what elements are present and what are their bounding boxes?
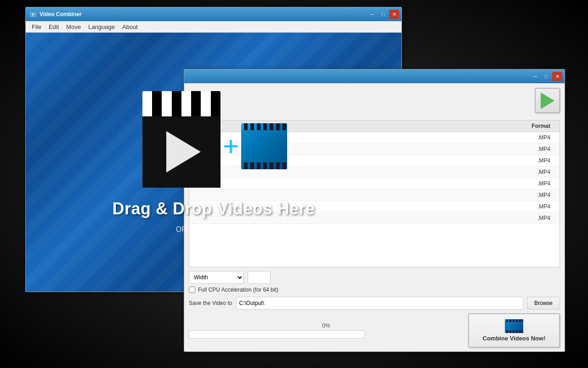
clapper-icon <box>140 91 223 192</box>
second-maximize-button[interactable]: □ <box>541 72 551 81</box>
combine-button-label: Combine Videos Now! <box>483 335 546 342</box>
film-inner <box>241 130 287 162</box>
stripe-6 <box>191 91 201 116</box>
video-icon-group: + <box>140 91 287 192</box>
stripe-7 <box>201 91 210 116</box>
main-title-bar: Video Combiner ─ □ ✕ <box>26 7 401 21</box>
clapper-body <box>142 116 220 188</box>
combine-film-icon <box>505 319 523 333</box>
browse-button[interactable]: Browse <box>527 297 560 310</box>
stripe-2 <box>152 91 162 116</box>
close-button[interactable]: ✕ <box>389 10 399 19</box>
main-window-controls: ─ □ ✕ <box>367 10 399 19</box>
title-bar-left: Video Combiner <box>29 11 82 18</box>
drop-zone[interactable]: + Drag & Drop Videos Here OR click to ad… <box>26 33 401 292</box>
progress-combine-section: 0% Combine Videos Now! <box>189 313 560 348</box>
app-icon <box>29 11 37 18</box>
main-window-title: Video Combiner <box>40 11 82 17</box>
clapper-stripes <box>142 91 220 116</box>
second-close-button[interactable]: ✕ <box>552 72 562 81</box>
save-row: Save the Video to Browse <box>189 297 560 310</box>
save-path-input[interactable] <box>236 297 523 310</box>
second-minimize-button[interactable]: ─ <box>530 72 540 81</box>
second-title-controls: ─ □ ✕ <box>530 72 562 81</box>
stripe-3 <box>162 91 171 116</box>
play-icon <box>166 131 201 172</box>
drop-zone-sub-text: OR click to add a video <box>176 225 252 234</box>
stripe-4 <box>172 91 181 116</box>
plus-icon: + <box>223 132 239 160</box>
stripe-8 <box>211 91 220 116</box>
progress-text: 0% <box>189 322 464 329</box>
drop-zone-inner: + Drag & Drop Videos Here OR click to ad… <box>26 33 401 292</box>
menu-bar: File Edit Move Language About <box>26 21 401 33</box>
stripe-1 <box>142 91 152 116</box>
add-files-button[interactable] <box>535 88 560 113</box>
left-progress: 0% <box>189 322 464 339</box>
maximize-button[interactable]: □ <box>378 10 388 19</box>
menu-about[interactable]: About <box>119 22 141 32</box>
minimize-button[interactable]: ─ <box>367 10 377 19</box>
stripe-5 <box>181 91 191 116</box>
film-strip-icon <box>241 123 287 169</box>
menu-move[interactable]: Move <box>62 22 85 32</box>
clapper-top <box>142 91 220 116</box>
drop-zone-main-text: Drag & Drop Videos Here <box>113 199 315 218</box>
combine-button[interactable]: Combine Videos Now! <box>468 313 560 348</box>
main-window: Video Combiner ─ □ ✕ File Edit Move Lang… <box>25 7 402 292</box>
progress-bar-container <box>189 330 365 339</box>
menu-file[interactable]: File <box>28 22 45 32</box>
menu-language[interactable]: Language <box>85 22 119 32</box>
menu-edit[interactable]: Edit <box>45 22 62 32</box>
arrow-icon <box>541 92 554 109</box>
save-label: Save the Video to <box>189 300 232 306</box>
